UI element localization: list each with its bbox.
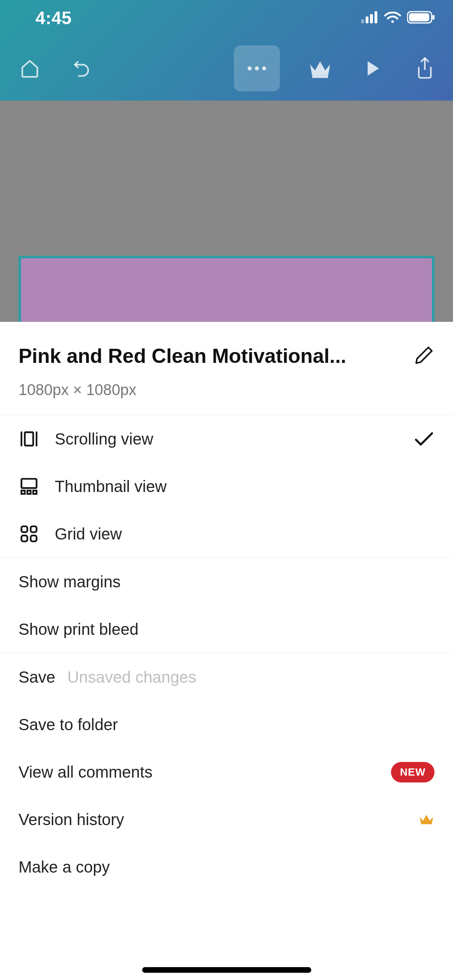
svg-rect-1 (366, 16, 368, 23)
share-icon[interactable] (413, 56, 437, 80)
view-comments-row[interactable]: View all comments NEW (0, 748, 453, 796)
canvas-background (0, 101, 453, 326)
svg-rect-20 (31, 526, 37, 532)
options-sheet: Pink and Red Clean Motivational... 1080p… (0, 322, 453, 980)
make-copy-row[interactable]: Make a copy (0, 843, 453, 891)
svg-rect-18 (33, 490, 36, 494)
status-bar: 4:45 (0, 0, 453, 36)
scrolling-view-row[interactable]: Scrolling view (0, 415, 453, 463)
svg-point-8 (248, 66, 252, 70)
view-comments-label: View all comments (19, 763, 153, 781)
grid-view-row[interactable]: Grid view (0, 510, 453, 558)
wifi-icon (384, 11, 401, 25)
svg-point-10 (262, 66, 266, 70)
new-badge: NEW (391, 762, 434, 782)
play-icon[interactable] (360, 56, 385, 80)
svg-point-9 (255, 66, 259, 70)
battery-icon (407, 11, 435, 25)
version-history-label: Version history (19, 811, 124, 829)
editor-toolbar (0, 36, 453, 101)
crown-icon[interactable] (308, 56, 332, 80)
show-margins-label: Show margins (19, 573, 120, 591)
show-print-bleed-row[interactable]: Show print bleed (0, 605, 453, 653)
cellular-icon (361, 11, 378, 25)
undo-icon[interactable] (68, 56, 92, 80)
more-icon (246, 66, 268, 71)
scrolling-view-label: Scrolling view (55, 430, 153, 448)
save-to-folder-label: Save to folder (19, 716, 118, 734)
svg-rect-13 (25, 432, 33, 445)
status-time: 4:45 (35, 8, 72, 28)
svg-rect-19 (21, 526, 27, 532)
save-to-folder-row[interactable]: Save to folder (0, 701, 453, 748)
svg-point-4 (391, 21, 394, 23)
thumbnail-view-label: Thumbnail view (55, 478, 167, 496)
svg-rect-15 (21, 479, 37, 488)
svg-rect-21 (21, 535, 27, 541)
actions-section: Save Unsaved changes Save to folder View… (0, 653, 453, 891)
svg-rect-6 (409, 13, 429, 21)
svg-rect-7 (432, 15, 434, 20)
save-status: Unsaved changes (67, 668, 196, 686)
home-icon[interactable] (18, 56, 42, 80)
svg-rect-2 (370, 14, 373, 23)
svg-rect-0 (361, 19, 364, 23)
design-title: Pink and Red Clean Motivational... (19, 344, 404, 368)
thumbnail-view-row[interactable]: Thumbnail view (0, 463, 453, 510)
view-mode-section: Scrolling view Thumbnail view Grid view (0, 415, 453, 558)
svg-rect-3 (374, 11, 377, 23)
save-row[interactable]: Save Unsaved changes (0, 653, 453, 701)
show-margins-row[interactable]: Show margins (0, 558, 453, 605)
more-button[interactable] (234, 45, 280, 91)
save-label: Save (19, 668, 55, 686)
thumbnail-view-icon (19, 476, 39, 497)
svg-rect-16 (21, 490, 25, 494)
make-copy-label: Make a copy (19, 858, 110, 876)
show-print-bleed-label: Show print bleed (19, 620, 139, 638)
design-dimensions: 1080px × 1080px (19, 381, 434, 399)
edit-title-icon[interactable] (414, 345, 434, 367)
crown-icon (418, 813, 434, 826)
home-indicator (142, 967, 311, 973)
grid-view-label: Grid view (55, 525, 122, 543)
svg-rect-11 (312, 76, 328, 78)
version-history-row[interactable]: Version history (0, 796, 453, 843)
svg-rect-17 (27, 490, 31, 494)
svg-rect-22 (31, 535, 37, 541)
check-icon (414, 431, 434, 447)
scrolling-view-icon (19, 428, 39, 449)
grid-view-icon (19, 523, 39, 544)
display-options-section: Show margins Show print bleed (0, 558, 453, 653)
